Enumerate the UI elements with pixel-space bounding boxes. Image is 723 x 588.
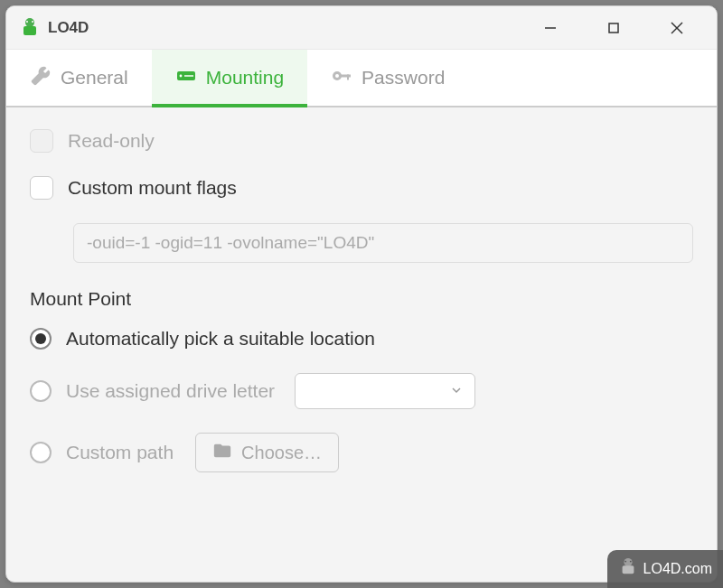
svg-point-14 bbox=[335, 74, 339, 78]
custom-flags-input[interactable]: -ouid=-1 -ogid=11 -ovolname="LO4D" bbox=[73, 223, 693, 263]
maximize-button[interactable] bbox=[596, 14, 632, 42]
watermark-icon bbox=[618, 557, 638, 581]
watermark-text: LO4D.com bbox=[643, 561, 712, 577]
custom-flags-row: Custom mount flags bbox=[30, 176, 693, 200]
svg-point-9 bbox=[179, 74, 182, 77]
app-window: LO4D General Mounting bbox=[5, 5, 718, 583]
tab-label: General bbox=[61, 67, 128, 89]
close-button[interactable] bbox=[659, 14, 695, 42]
drive-icon bbox=[175, 65, 197, 91]
tab-content: Read-only Custom mount flags -ouid=-1 -o… bbox=[6, 107, 717, 518]
tab-label: Password bbox=[362, 67, 445, 89]
radio-auto-label: Automatically pick a suitable location bbox=[66, 328, 375, 350]
tab-general[interactable]: General bbox=[6, 50, 152, 106]
wrench-icon bbox=[30, 65, 52, 91]
radio-auto[interactable] bbox=[30, 328, 52, 350]
svg-rect-5 bbox=[609, 23, 618, 33]
drive-letter-dropdown[interactable] bbox=[295, 373, 475, 409]
choose-path-button[interactable]: Choose… bbox=[195, 433, 339, 472]
svg-point-15 bbox=[624, 558, 632, 566]
tab-label: Mounting bbox=[206, 67, 284, 89]
radio-custom-label: Custom path bbox=[66, 442, 174, 463]
tab-bar: General Mounting Password bbox=[6, 50, 717, 107]
window-controls bbox=[532, 14, 695, 42]
svg-point-2 bbox=[26, 21, 28, 23]
radio-drive[interactable] bbox=[30, 380, 52, 402]
svg-rect-13 bbox=[347, 74, 349, 79]
svg-point-0 bbox=[25, 18, 34, 27]
svg-rect-12 bbox=[341, 74, 351, 77]
custom-flags-value: -ouid=-1 -ogid=11 -ovolname="LO4D" bbox=[87, 233, 374, 253]
radio-custom-row: Custom path Choose… bbox=[30, 433, 693, 472]
mount-point-heading: Mount Point bbox=[30, 288, 693, 310]
svg-point-3 bbox=[32, 21, 33, 23]
svg-rect-16 bbox=[622, 565, 634, 574]
read-only-label: Read-only bbox=[68, 130, 155, 152]
watermark: LO4D.com bbox=[607, 550, 723, 588]
radio-drive-label: Use assigned drive letter bbox=[66, 380, 275, 402]
radio-custom[interactable] bbox=[30, 442, 52, 463]
custom-flags-label: Custom mount flags bbox=[68, 177, 237, 199]
svg-point-18 bbox=[629, 561, 631, 563]
read-only-row: Read-only bbox=[30, 129, 693, 153]
radio-auto-row: Automatically pick a suitable location bbox=[30, 328, 693, 350]
window-title: LO4D bbox=[48, 19, 532, 37]
tab-mounting[interactable]: Mounting bbox=[152, 50, 307, 106]
titlebar: LO4D bbox=[6, 6, 717, 50]
chevron-down-icon bbox=[451, 383, 462, 399]
svg-point-17 bbox=[624, 561, 626, 563]
key-icon bbox=[331, 65, 352, 91]
svg-rect-1 bbox=[23, 26, 36, 35]
minimize-button[interactable] bbox=[532, 14, 568, 42]
folder-icon bbox=[212, 441, 232, 465]
app-icon bbox=[19, 17, 41, 39]
tab-password[interactable]: Password bbox=[307, 50, 468, 106]
radio-drive-row: Use assigned drive letter bbox=[30, 373, 693, 409]
custom-flags-checkbox[interactable] bbox=[30, 176, 53, 200]
read-only-checkbox[interactable] bbox=[30, 129, 53, 153]
choose-button-label: Choose… bbox=[241, 443, 322, 463]
